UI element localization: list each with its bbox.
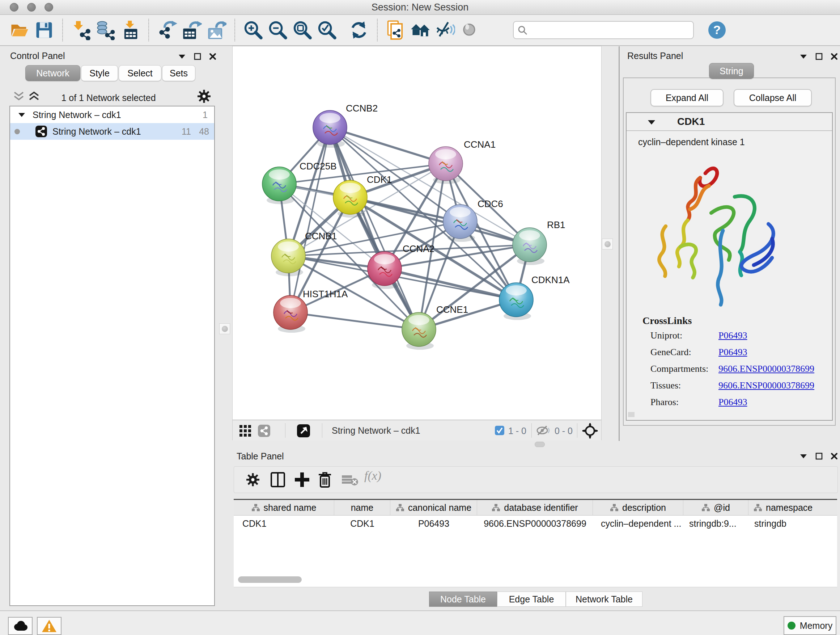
network-node-CDC25B[interactable]: CDC25B bbox=[262, 161, 337, 204]
cell-namespace[interactable]: stringdb bbox=[748, 516, 837, 532]
cell-id[interactable]: stringdb:9... bbox=[684, 516, 748, 532]
import-network-file-icon[interactable] bbox=[71, 20, 91, 40]
search-input[interactable] bbox=[531, 22, 687, 37]
expand-all-button[interactable]: Expand All bbox=[651, 89, 723, 106]
panel-menu-icon[interactable] bbox=[799, 453, 807, 459]
network-node-CCNE1[interactable]: CCNE1 bbox=[402, 304, 468, 350]
birds-eye-view-icon[interactable] bbox=[297, 424, 310, 438]
column-header[interactable]: namespace bbox=[748, 500, 837, 515]
cell-canonical-name[interactable]: P06493 bbox=[390, 516, 477, 532]
column-header[interactable]: name bbox=[334, 500, 390, 515]
network-node-RB1[interactable]: RB1 bbox=[513, 219, 565, 265]
refresh-icon[interactable] bbox=[349, 20, 369, 40]
export-image-icon[interactable] bbox=[206, 20, 226, 40]
string-network-icon bbox=[35, 125, 47, 138]
splitter-handle[interactable] bbox=[219, 323, 230, 334]
crosslink-pharos-link[interactable]: P06493 bbox=[718, 397, 747, 408]
expand-all-networks-icon[interactable] bbox=[13, 91, 25, 102]
add-column-icon[interactable] bbox=[294, 472, 310, 488]
fit-selected-crosshair-icon[interactable] bbox=[582, 423, 598, 439]
cloud-button[interactable] bbox=[8, 617, 33, 635]
float-panel-icon[interactable] bbox=[815, 453, 823, 460]
delete-table-icon bbox=[341, 474, 358, 487]
crosslink-genecard-link[interactable]: P06493 bbox=[718, 347, 747, 358]
zoom-selected-icon[interactable] bbox=[317, 20, 337, 40]
show-columns-icon[interactable] bbox=[270, 472, 286, 488]
gear-icon[interactable] bbox=[197, 89, 211, 103]
panel-menu-icon[interactable] bbox=[799, 54, 807, 59]
crosslink-uniprot-link[interactable]: P06493 bbox=[718, 330, 747, 341]
network-edge-CCNB2-CCNA1[interactable] bbox=[330, 127, 446, 164]
export-network-icon[interactable] bbox=[157, 20, 177, 40]
help-icon[interactable]: ? bbox=[707, 21, 726, 40]
close-panel-icon[interactable] bbox=[831, 453, 838, 460]
zoom-fit-icon[interactable] bbox=[292, 20, 313, 40]
node-label-CDKN1A: CDKN1A bbox=[531, 274, 570, 285]
cell-database-identifier[interactable]: 9606.ENSP00000378699 bbox=[477, 516, 593, 532]
network-view-icon[interactable] bbox=[257, 424, 271, 437]
crosslink-compartments-link[interactable]: 9606.ENSP00000378699 bbox=[718, 363, 814, 374]
tab-network[interactable]: Network bbox=[25, 65, 80, 81]
network-canvas[interactable]: CCNB2CCNA1CDC25BCDK1CDC6RB1CCNB1CCNA2CDK… bbox=[233, 46, 601, 420]
close-panel-icon[interactable] bbox=[831, 53, 838, 60]
crosslink-tissues-link[interactable]: 9606.ENSP00000378699 bbox=[718, 380, 814, 391]
network-node-CCNB1[interactable]: CCNB1 bbox=[271, 231, 337, 276]
tab-edge-table[interactable]: Edge Table bbox=[497, 592, 566, 607]
import-network-database-icon[interactable] bbox=[95, 20, 116, 40]
toolbar-separator bbox=[322, 423, 322, 438]
column-header[interactable]: database identifier bbox=[477, 500, 593, 515]
table-row[interactable]: CDK1 CDK1 P06493 9606.ENSP00000378699 cy… bbox=[234, 516, 837, 532]
column-header[interactable]: @id bbox=[684, 500, 748, 515]
eye-icon[interactable] bbox=[459, 20, 480, 40]
svg-text:?: ? bbox=[714, 23, 721, 36]
grid-view-icon[interactable] bbox=[239, 424, 252, 437]
cell-shared-name[interactable]: CDK1 bbox=[234, 516, 334, 532]
cell-description[interactable]: cyclin–dependent ... bbox=[593, 516, 684, 532]
splitter-handle[interactable] bbox=[602, 239, 613, 249]
close-panel-icon[interactable] bbox=[209, 53, 216, 60]
search-field[interactable] bbox=[513, 21, 694, 39]
clone-network-icon[interactable] bbox=[386, 20, 406, 40]
selected-checkbox-icon[interactable] bbox=[495, 426, 504, 435]
tab-network-table[interactable]: Network Table bbox=[566, 592, 643, 607]
horizontal-splitter[interactable] bbox=[218, 440, 840, 447]
network-node-HIST1H1A[interactable]: HIST1H1A bbox=[273, 288, 348, 333]
collapse-all-button[interactable]: Collapse All bbox=[734, 89, 812, 106]
tab-string[interactable]: String bbox=[709, 63, 754, 79]
network-edge-HIST1H1A-CCNE1[interactable] bbox=[291, 312, 419, 329]
save-session-icon[interactable] bbox=[34, 20, 54, 40]
column-header[interactable]: description bbox=[593, 500, 684, 515]
tab-node-table[interactable]: Node Table bbox=[429, 592, 497, 607]
export-table-icon[interactable] bbox=[182, 20, 202, 40]
collapse-triangle-icon[interactable] bbox=[18, 112, 25, 117]
memory-button[interactable]: Memory bbox=[783, 616, 836, 635]
column-header[interactable]: canonical name bbox=[390, 500, 477, 515]
warnings-button[interactable] bbox=[37, 617, 62, 635]
tab-sets[interactable]: Sets bbox=[162, 65, 195, 81]
tab-select[interactable]: Select bbox=[118, 65, 161, 81]
tab-style[interactable]: Style bbox=[81, 65, 118, 81]
horizontal-scrollbar-thumb[interactable] bbox=[238, 576, 302, 583]
collapse-section-icon[interactable] bbox=[647, 119, 655, 125]
network-node-CDKN1A[interactable]: CDKN1A bbox=[499, 274, 570, 320]
float-panel-icon[interactable] bbox=[194, 53, 201, 60]
open-session-icon[interactable] bbox=[9, 20, 30, 40]
panel-menu-icon[interactable] bbox=[178, 54, 186, 59]
network-graph[interactable]: CCNB2CCNA1CDC25BCDK1CDC6RB1CCNB1CCNA2CDK… bbox=[233, 46, 601, 420]
network-row-selected[interactable]: String Network – cdk1 11 48 bbox=[10, 123, 214, 140]
home-networks-icon[interactable] bbox=[410, 20, 431, 40]
import-table-icon[interactable] bbox=[120, 20, 141, 40]
hide-eye-icon[interactable] bbox=[435, 20, 455, 40]
zoom-in-icon[interactable] bbox=[243, 20, 264, 40]
zoom-out-icon[interactable] bbox=[268, 20, 288, 40]
column-header[interactable]: shared name bbox=[234, 500, 334, 515]
cell-name[interactable]: CDK1 bbox=[334, 516, 390, 532]
network-node-CCNA1[interactable]: CCNA1 bbox=[429, 139, 496, 184]
float-panel-icon[interactable] bbox=[815, 53, 823, 60]
table-gear-icon[interactable] bbox=[246, 472, 260, 487]
network-collection-row[interactable]: String Network – cdk1 1 bbox=[10, 106, 214, 123]
node-table[interactable]: shared name name canonical name database… bbox=[234, 499, 837, 587]
delete-column-icon[interactable] bbox=[317, 471, 332, 488]
splitter-handle[interactable] bbox=[535, 442, 545, 447]
collapse-all-networks-icon[interactable] bbox=[28, 91, 40, 102]
